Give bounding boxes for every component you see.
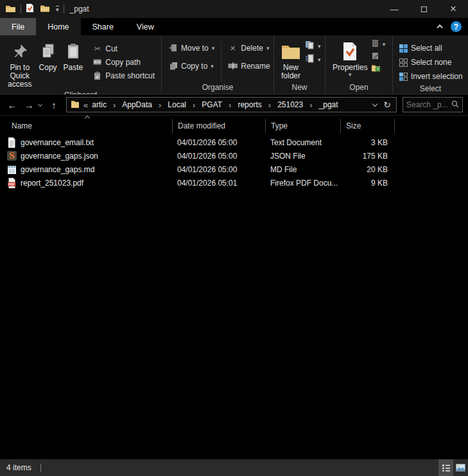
breadcrumb-separator-icon[interactable]: ›: [225, 100, 235, 110]
breadcrumb-separator-icon[interactable]: ›: [264, 100, 275, 110]
file-rows: governance_email.txt 04/01/2026 05:00 Te…: [0, 136, 468, 459]
copy-to-label: Copy to: [181, 62, 207, 71]
pin-to-quick-access-button[interactable]: Pin to Quick access: [4, 38, 36, 90]
select-none-label: Select none: [411, 58, 451, 67]
select-all-button[interactable]: Select all: [397, 41, 464, 55]
ribbon-group-clipboard: Pin to Quick access Copy Paste ✂ Cut: [0, 35, 162, 94]
breadcrumb-separator-icon[interactable]: ›: [306, 100, 316, 110]
breadcrumb-separator-icon[interactable]: ›: [109, 100, 119, 110]
folder-qat-icon[interactable]: [40, 4, 50, 14]
new-folder-icon: [281, 39, 300, 64]
copy-label: Copy: [39, 64, 57, 72]
collapse-ribbon-icon[interactable]: [437, 24, 443, 31]
history-icon: [371, 64, 381, 74]
file-row[interactable]: governance_gaps.md 04/01/2026 05:00 MD F…: [0, 163, 468, 176]
quick-access-toolbar: ▾: [26, 3, 59, 15]
file-row[interactable]: governance_email.txt 04/01/2026 05:00 Te…: [0, 136, 468, 149]
easy-access-button[interactable]: ▾: [305, 54, 321, 65]
cut-label: Cut: [105, 44, 117, 53]
close-button[interactable]: ×: [438, 0, 468, 18]
column-header-date-modified[interactable]: Date modified: [172, 119, 265, 133]
breadcrumb-item[interactable]: reports: [235, 100, 264, 109]
open-button[interactable]: ▾: [371, 39, 386, 49]
file-list-area: Name Date modified Type Size governance_…: [0, 116, 468, 459]
rename-icon: [228, 62, 238, 69]
column-header-type[interactable]: Type: [265, 119, 340, 133]
minimize-button[interactable]: —: [379, 0, 409, 18]
tab-file[interactable]: File: [0, 18, 36, 35]
breadcrumb-item[interactable]: 251023: [275, 100, 306, 109]
copy-path-label: Copy path: [105, 58, 141, 67]
pin-icon: [12, 39, 28, 64]
new-folder-button[interactable]: New folder: [278, 38, 304, 82]
forward-button[interactable]: →: [21, 100, 37, 110]
column-header-size[interactable]: Size: [340, 119, 394, 133]
properties-button[interactable]: Properties ▾: [329, 38, 371, 82]
search-input[interactable]: [406, 100, 451, 109]
open-icon: [371, 39, 379, 49]
status-divider: [40, 464, 41, 472]
new-item-button[interactable]: ▾: [305, 40, 321, 51]
breadcrumb-item[interactable]: Local: [165, 100, 189, 109]
delete-button[interactable]: × Delete ▾: [225, 41, 272, 55]
text-file-icon: [6, 137, 17, 148]
invert-selection-button[interactable]: Invert selection: [397, 69, 464, 84]
move-to-button[interactable]: Move to ▾: [166, 41, 217, 55]
file-type: MD File: [265, 165, 340, 174]
recent-locations-icon[interactable]: [38, 101, 42, 106]
breadcrumb-item[interactable]: PGAT: [199, 100, 225, 109]
details-view-button[interactable]: [438, 459, 453, 476]
thumbnail-view-button[interactable]: [453, 459, 468, 476]
breadcrumb-item-current[interactable]: _pgat: [316, 100, 341, 109]
file-row[interactable]: S governance_gaps.json 04/01/2026 05:00 …: [0, 149, 468, 163]
breadcrumb-item[interactable]: AppData: [119, 100, 155, 109]
tab-view[interactable]: View: [125, 18, 166, 35]
refresh-icon[interactable]: ↻: [383, 100, 391, 109]
properties-qat-icon[interactable]: [26, 3, 34, 15]
customize-qat-dropdown-icon[interactable]: ▾: [56, 6, 59, 13]
copy-to-button[interactable]: Copy to ▾: [166, 59, 217, 73]
titlebar-separator: [21, 4, 21, 13]
app-folder-icon: [5, 4, 16, 15]
column-header-name[interactable]: Name: [0, 119, 172, 133]
address-folder-icon: [71, 100, 80, 110]
file-row[interactable]: PDF report_251023.pdf 04/01/2026 05:01 F…: [0, 176, 468, 190]
paste-shortcut-label: Paste shortcut: [105, 71, 155, 80]
edit-button[interactable]: [371, 51, 386, 62]
paste-shortcut-button[interactable]: Paste shortcut: [90, 69, 157, 82]
file-size: 9 KB: [340, 179, 394, 188]
select-group-label: Select: [393, 84, 468, 95]
search-box[interactable]: [403, 97, 463, 112]
copy-button[interactable]: Copy: [36, 38, 60, 90]
up-button[interactable]: ↑: [46, 100, 62, 110]
rename-button[interactable]: Rename: [225, 59, 272, 73]
maximize-icon: [421, 6, 427, 12]
titlebar-separator: [64, 4, 64, 13]
tab-share[interactable]: Share: [81, 18, 125, 35]
address-bar[interactable]: « artic › AppData › Local › PGAT › repor…: [66, 97, 397, 112]
new-item-dropdown-icon: ▾: [318, 44, 321, 49]
copy-to-icon: [168, 62, 178, 70]
open-group-label: Open: [325, 82, 392, 94]
paste-label: Paste: [64, 64, 83, 72]
help-icon[interactable]: ?: [451, 21, 462, 32]
breadcrumb-overflow-icon[interactable]: «: [80, 100, 89, 110]
new-group-label: New: [274, 82, 325, 94]
select-none-button[interactable]: Select none: [397, 55, 464, 69]
copy-path-button[interactable]: Copy path: [90, 55, 157, 69]
file-size: 20 KB: [340, 165, 394, 174]
move-to-icon: [168, 44, 178, 52]
paste-button[interactable]: Paste: [60, 38, 87, 90]
search-icon[interactable]: [451, 100, 459, 110]
breadcrumb-separator-icon[interactable]: ›: [189, 100, 199, 110]
history-button[interactable]: [371, 64, 386, 74]
breadcrumb-separator-icon[interactable]: ›: [155, 100, 165, 110]
address-dropdown-icon[interactable]: [372, 101, 377, 107]
breadcrumb-item[interactable]: artic: [89, 100, 109, 109]
back-button[interactable]: ←: [4, 100, 21, 110]
cut-button[interactable]: ✂ Cut: [90, 42, 157, 55]
tab-home[interactable]: Home: [36, 18, 80, 35]
file-date-modified: 04/01/2026 05:01: [172, 179, 265, 188]
maximize-button[interactable]: [409, 0, 438, 18]
file-name: governance_gaps.md: [21, 165, 94, 174]
